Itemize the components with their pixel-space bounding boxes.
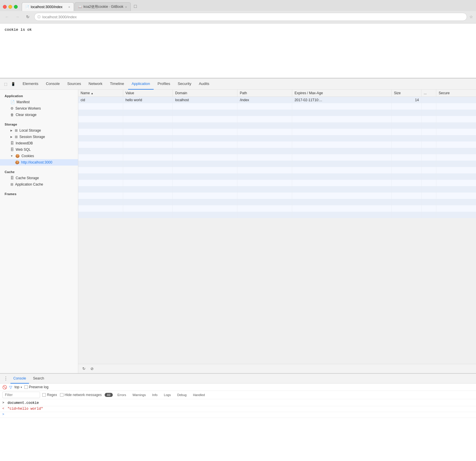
clear-storage-icon: 🗑 xyxy=(10,113,14,117)
tab-audits[interactable]: Audits xyxy=(195,79,213,90)
table-row[interactable]: cid hello world localhost /index 2017-02… xyxy=(78,97,476,104)
console-menu-icon[interactable]: ⋮ xyxy=(2,376,9,381)
cell-path: /index xyxy=(237,97,292,104)
devtools-toolbar: ⬚ 📱 Elements Console Sources Network Tim… xyxy=(0,79,476,90)
top-label: top xyxy=(14,385,19,389)
console-tab-search[interactable]: Search xyxy=(30,374,47,384)
top-dropdown-arrow: ▾ xyxy=(21,386,22,389)
col-header-dots[interactable]: ... xyxy=(421,90,436,97)
table-row xyxy=(78,135,476,141)
tab-application[interactable]: Application xyxy=(128,79,154,90)
sidebar-item-local-storage[interactable]: ▶ ⊞ Local Storage xyxy=(0,127,78,134)
top-select[interactable]: top ▾ xyxy=(14,385,22,389)
col-header-size[interactable]: Size xyxy=(391,90,421,97)
cell-value: hello world xyxy=(123,97,173,104)
sidebar-item-session-storage[interactable]: ▶ ⊞ Session Storage xyxy=(0,134,78,140)
regex-checkbox[interactable] xyxy=(42,393,46,397)
level-info[interactable]: Info xyxy=(150,393,159,397)
console-section: ⋮ Console Search 🚫 ▽ top ▾ Preserve log … xyxy=(0,373,476,460)
sidebar-item-cookies[interactable]: ▼ 🍪 Cookies xyxy=(0,153,78,159)
refresh-cookies-button[interactable]: ↻ xyxy=(81,366,87,372)
forward-button[interactable]: → xyxy=(13,13,21,21)
sidebar-item-websql[interactable]: 🗄 Web SQL xyxy=(0,146,78,153)
tab-localhost[interactable]: 📄 localhost:3000/index × xyxy=(22,2,74,11)
address-bar[interactable]: ⓘ localhost:3000/index xyxy=(34,13,467,21)
sidebar-item-cache-storage[interactable]: 🗄 Cache Storage xyxy=(0,175,78,181)
level-handled[interactable]: Handled xyxy=(191,393,207,397)
table-row xyxy=(78,180,476,186)
regex-option[interactable]: Regex xyxy=(42,393,57,397)
table-row xyxy=(78,161,476,167)
col-header-path[interactable]: Path xyxy=(237,90,292,97)
cell-expires: 2017-02-11T10:... xyxy=(292,97,391,104)
console-toolbar: ⋮ Console Search xyxy=(0,374,476,384)
back-button[interactable]: ← xyxy=(3,13,11,21)
minimize-button[interactable] xyxy=(8,5,12,9)
level-errors[interactable]: Errors xyxy=(116,393,128,397)
tab-network[interactable]: Network xyxy=(85,79,106,90)
close-button[interactable] xyxy=(3,5,7,9)
preserve-log-checkbox[interactable] xyxy=(24,385,28,389)
col-header-secure[interactable]: Secure xyxy=(436,90,476,97)
section-title-frames: Frames xyxy=(0,190,78,197)
clear-cookies-button[interactable]: ⊘ xyxy=(89,366,95,372)
tab-close-2[interactable]: × xyxy=(125,5,127,9)
new-tab-button[interactable]: □ xyxy=(131,2,139,10)
level-debug[interactable]: Debug xyxy=(175,393,188,397)
maximize-button[interactable] xyxy=(14,5,18,9)
manifest-icon: 📄 xyxy=(10,100,15,104)
tab-sources[interactable]: Sources xyxy=(64,79,85,90)
level-logs[interactable]: Logs xyxy=(162,393,172,397)
block-icon[interactable]: 🚫 xyxy=(2,385,7,389)
devtools-body: Application 📄 Manifest ⚙ Service Workers… xyxy=(0,90,476,373)
refresh-button[interactable]: ↻ xyxy=(24,13,32,21)
tab-profiles[interactable]: Profiles xyxy=(154,79,174,90)
preserve-log-option[interactable]: Preserve log xyxy=(24,385,48,389)
tab-console[interactable]: Console xyxy=(42,79,63,90)
element-picker-icon[interactable]: ⬚ xyxy=(2,81,9,87)
table-row xyxy=(78,154,476,161)
col-header-domain[interactable]: Domain xyxy=(173,90,237,97)
service-workers-icon: ⚙ xyxy=(10,106,14,110)
table-row xyxy=(78,193,476,199)
cell-name: cid xyxy=(78,97,123,104)
sidebar-item-localhost[interactable]: 🍪 http://localhost:3000 xyxy=(0,159,78,166)
local-storage-expand-icon: ▶ xyxy=(10,129,12,132)
sidebar-item-manifest[interactable]: 📄 Manifest xyxy=(0,99,78,105)
hide-network-option[interactable]: Hide network messages xyxy=(60,393,102,397)
manifest-label: Manifest xyxy=(17,100,30,104)
console-line-input: > document.cookie xyxy=(0,400,476,406)
col-header-expires[interactable]: Expires / Max-Age xyxy=(292,90,391,97)
level-all[interactable]: All xyxy=(105,393,113,397)
cell-secure xyxy=(436,97,476,104)
hide-network-checkbox[interactable] xyxy=(60,393,63,397)
table-row xyxy=(78,110,476,116)
sidebar-item-service-workers[interactable]: ⚙ Service Workers xyxy=(0,105,78,112)
sidebar-item-app-cache[interactable]: ⊞ Application Cache xyxy=(0,181,78,188)
tab-security[interactable]: Security xyxy=(174,79,195,90)
tab-timeline[interactable]: Timeline xyxy=(106,79,128,90)
console-tab-console[interactable]: Console xyxy=(10,374,29,384)
table-row xyxy=(78,212,476,218)
device-mode-icon[interactable]: 📱 xyxy=(10,81,16,87)
sidebar-item-indexeddb[interactable]: 🗄 IndexedDB xyxy=(0,140,78,146)
table-row xyxy=(78,186,476,193)
websql-label: Web SQL xyxy=(16,148,31,152)
tab-gitbook[interactable]: 📖 koa2使用cookie · GitBook × xyxy=(75,2,131,11)
main-panel: Name ▲ Value Domain Path Expires / Max-A… xyxy=(78,90,476,373)
tab-elements[interactable]: Elements xyxy=(19,79,42,90)
filter-input[interactable] xyxy=(2,392,40,398)
info-icon: ⓘ xyxy=(37,15,41,19)
cell-dots xyxy=(421,97,436,104)
bookmark-icon[interactable]: ☆ xyxy=(469,14,473,19)
col-header-value[interactable]: Value xyxy=(123,90,173,97)
col-header-name[interactable]: Name ▲ xyxy=(78,90,123,97)
tab-close-1[interactable]: × xyxy=(68,5,70,9)
session-storage-expand-icon: ▶ xyxy=(10,135,12,138)
sidebar-item-clear-storage[interactable]: 🗑 Clear storage xyxy=(0,112,78,118)
divider-1 xyxy=(0,118,78,120)
tab-label-1: localhost:3000/index xyxy=(31,5,62,9)
console-filter-bar: 🚫 ▽ top ▾ Preserve log xyxy=(0,384,476,391)
console-line-prompt[interactable]: > xyxy=(0,412,476,418)
level-warnings[interactable]: Warnings xyxy=(131,393,148,397)
